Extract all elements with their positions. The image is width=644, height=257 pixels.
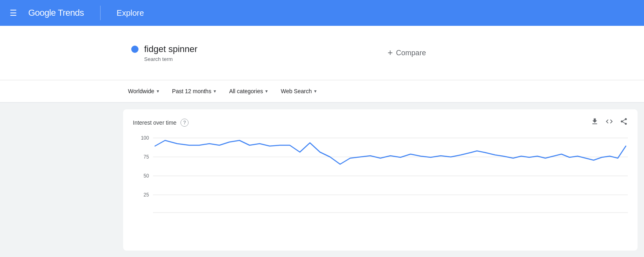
- category-filter[interactable]: All categories ▾: [224, 85, 273, 98]
- header-divider: [100, 6, 101, 20]
- logo-trends: Trends: [58, 8, 84, 18]
- chart-actions: [591, 117, 628, 127]
- download-icon[interactable]: [591, 117, 599, 127]
- location-filter-label: Worldwide: [128, 88, 154, 94]
- svg-text:50: 50: [144, 173, 149, 179]
- chart-area: 100 75 50 25: [133, 134, 628, 215]
- explore-label: Explore: [117, 8, 144, 18]
- main-content: Interest over time ?: [0, 109, 644, 257]
- share-icon[interactable]: [620, 117, 628, 127]
- chart-help-icon[interactable]: ?: [180, 119, 189, 127]
- time-filter-arrow: ▾: [214, 88, 216, 94]
- compare-plus-icon: +: [388, 48, 393, 58]
- time-filter[interactable]: Past 12 months ▾: [167, 85, 221, 98]
- logo-text: Google Trends: [28, 8, 84, 18]
- search-type-filter[interactable]: Web Search ▾: [276, 85, 321, 98]
- time-filter-label: Past 12 months: [172, 88, 211, 94]
- category-filter-label: All categories: [229, 88, 263, 94]
- chart-title-row: Interest over time ?: [133, 119, 189, 127]
- compare-label: Compare: [396, 49, 426, 57]
- location-filter[interactable]: Worldwide ▾: [123, 85, 164, 98]
- search-term-value[interactable]: fidget spinner: [144, 44, 197, 54]
- app-logo: Google Trends: [28, 8, 84, 18]
- svg-text:25: 25: [144, 192, 149, 198]
- search-area: fidget spinner Search term + Compare: [0, 26, 644, 80]
- chart-title: Interest over time: [133, 119, 176, 126]
- search-type-filter-arrow: ▾: [314, 88, 317, 94]
- app-header: ☰ Google Trends Explore: [0, 0, 644, 26]
- search-term-type: Search term: [144, 56, 363, 62]
- chart-header: Interest over time ?: [133, 117, 628, 127]
- search-term-dot: [131, 46, 138, 53]
- location-filter-arrow: ▾: [157, 88, 159, 94]
- category-filter-arrow: ▾: [265, 88, 268, 94]
- compare-section[interactable]: + Compare: [371, 48, 442, 58]
- chart-svg: 100 75 50 25: [133, 134, 628, 215]
- search-type-filter-label: Web Search: [281, 88, 312, 94]
- menu-icon[interactable]: ☰: [6, 5, 20, 21]
- logo-google: Google: [28, 8, 56, 18]
- search-term-container: fidget spinner Search term: [123, 44, 371, 62]
- svg-text:75: 75: [144, 154, 149, 160]
- svg-text:100: 100: [141, 135, 149, 141]
- search-term-row: fidget spinner: [131, 44, 363, 54]
- embed-icon[interactable]: [605, 117, 613, 127]
- filter-bar: Worldwide ▾ Past 12 months ▾ All categor…: [0, 80, 644, 103]
- chart-container: Interest over time ?: [123, 109, 638, 251]
